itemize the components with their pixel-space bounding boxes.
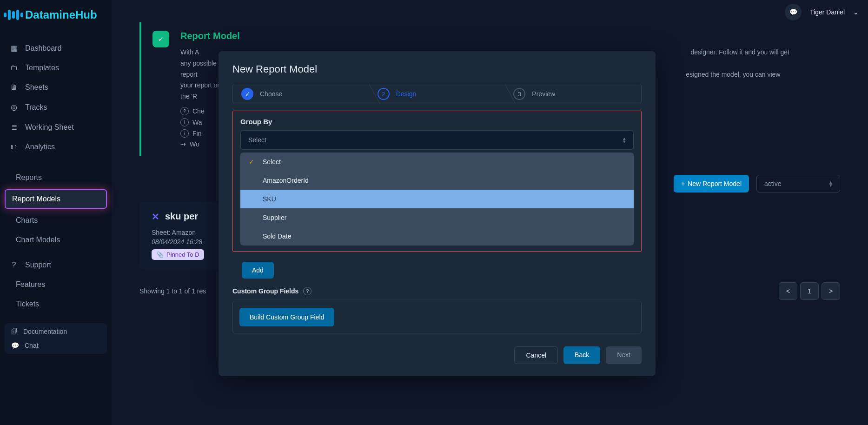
step-check-icon: ✓ xyxy=(241,88,253,100)
modal-title: New Report Model xyxy=(232,63,642,75)
folder-icon: 🗀 xyxy=(9,64,19,72)
chat-link[interactable]: 💬Chat xyxy=(11,342,100,349)
back-button[interactable]: Back xyxy=(563,346,600,364)
step-choose[interactable]: ✓ Choose xyxy=(233,84,369,104)
logo-bars-icon xyxy=(4,10,23,20)
pager-prev[interactable]: < xyxy=(779,282,797,300)
plus-icon: + xyxy=(681,180,685,187)
info-icon: i xyxy=(180,118,189,126)
nav-chart-models[interactable]: Chart Models xyxy=(0,230,112,250)
pin-icon: 📎 xyxy=(156,251,164,258)
add-wrapper: Add xyxy=(232,257,642,279)
share-icon: ⇢ xyxy=(180,140,186,148)
pager: < 1 > xyxy=(779,282,840,300)
brand-name: DatamineHub xyxy=(25,8,97,21)
nav-analytics[interactable]: ⫾⫾Analytics xyxy=(0,137,112,157)
group-by-dropdown: ✓ Select AmazonOrderId SKU Supplier Sold… xyxy=(240,153,634,246)
nav-tickets[interactable]: Tickets xyxy=(0,294,112,314)
modal-footer: Cancel Back Next xyxy=(232,346,642,364)
grid-icon: ▦ xyxy=(9,44,19,53)
custom-group-label: Custom Group Fields ? xyxy=(232,287,642,295)
updown-icon: ▴▾ xyxy=(623,137,626,143)
help-icon[interactable]: ? xyxy=(303,287,311,295)
nav-templates[interactable]: 🗀Templates xyxy=(0,58,112,78)
pager-current[interactable]: 1 xyxy=(800,282,819,300)
info-title: Report Model xyxy=(180,31,794,41)
new-report-modal: New Report Model ✓ Choose 2 Design 3 Pre… xyxy=(219,51,656,376)
group-by-select[interactable]: Select ▴▾ xyxy=(240,130,634,150)
help-icon: ? xyxy=(9,261,19,269)
nav-analytics-sub: Reports Report Models Charts Chart Model… xyxy=(0,162,112,255)
support-box: 🗐Documentation 💬Chat xyxy=(5,323,107,354)
step-design[interactable]: 2 Design xyxy=(369,84,505,104)
add-button[interactable]: Add xyxy=(242,262,274,279)
nav-tracks[interactable]: ◎Tracks xyxy=(0,97,112,117)
next-button[interactable]: Next xyxy=(606,346,642,364)
group-by-label: Group By xyxy=(240,118,634,126)
list-icon: ≣ xyxy=(9,123,19,132)
build-custom-group-button[interactable]: Build Custom Group Field xyxy=(239,308,334,326)
nav-sheets[interactable]: 🗎Sheets xyxy=(0,78,112,97)
stepper: ✓ Choose 2 Design 3 Preview xyxy=(232,84,642,104)
target-icon: ◎ xyxy=(9,103,19,112)
chart-icon: ⫾⫾ xyxy=(9,143,19,151)
option-select[interactable]: ✓ Select xyxy=(240,153,634,171)
nav-reports[interactable]: Reports xyxy=(0,168,112,187)
nav-primary: ▦Dashboard 🗀Templates 🗎Sheets ◎Tracks ≣W… xyxy=(0,33,112,162)
pager-next[interactable]: > xyxy=(822,282,840,300)
chat-icon: 💬 xyxy=(11,342,19,349)
doc-icon: 🗐 xyxy=(11,328,18,335)
option-amazonorderid[interactable]: AmazonOrderId xyxy=(240,171,634,190)
updown-icon: ▴▾ xyxy=(829,180,832,186)
nav-working-sheet[interactable]: ≣Working Sheet xyxy=(0,117,112,137)
doc-link[interactable]: 🗐Documentation xyxy=(11,328,100,335)
check-badge-icon: ✓ xyxy=(152,31,169,47)
sidebar: DatamineHub ▦Dashboard 🗀Templates 🗎Sheet… xyxy=(0,0,112,425)
step-number: 3 xyxy=(513,88,525,100)
check-icon: ? xyxy=(180,107,189,115)
nav-report-models[interactable]: Report Models xyxy=(5,189,107,209)
brand-logo: DatamineHub xyxy=(0,8,112,33)
option-sold-date[interactable]: Sold Date xyxy=(240,227,634,246)
step-number: 2 xyxy=(378,88,390,100)
pinned-badge: 📎 Pinned To D xyxy=(152,249,204,260)
check-icon: ✓ xyxy=(249,158,257,166)
option-sku[interactable]: SKU xyxy=(240,190,634,208)
new-report-model-button[interactable]: + New Report Model xyxy=(674,175,749,193)
step-preview[interactable]: 3 Preview xyxy=(505,84,641,104)
nav-support[interactable]: ?Support xyxy=(0,255,112,275)
nav-features[interactable]: Features xyxy=(0,275,112,294)
custom-group-box: Build Custom Group Field xyxy=(232,301,642,333)
file-icon: 🗎 xyxy=(9,83,19,92)
nav-charts[interactable]: Charts xyxy=(0,211,112,230)
wand-icon: ✕ xyxy=(152,211,159,222)
showing-text: Showing 1 to 1 of 1 res xyxy=(139,287,206,295)
info-icon: i xyxy=(180,129,189,138)
option-supplier[interactable]: Supplier xyxy=(240,208,634,227)
nav-dashboard[interactable]: ▦Dashboard xyxy=(0,38,112,58)
status-filter-select[interactable]: active ▴▾ xyxy=(756,175,840,193)
cancel-button[interactable]: Cancel xyxy=(514,346,558,364)
group-by-section: Group By Select ▴▾ ✓ Select AmazonOrderI… xyxy=(232,111,642,252)
